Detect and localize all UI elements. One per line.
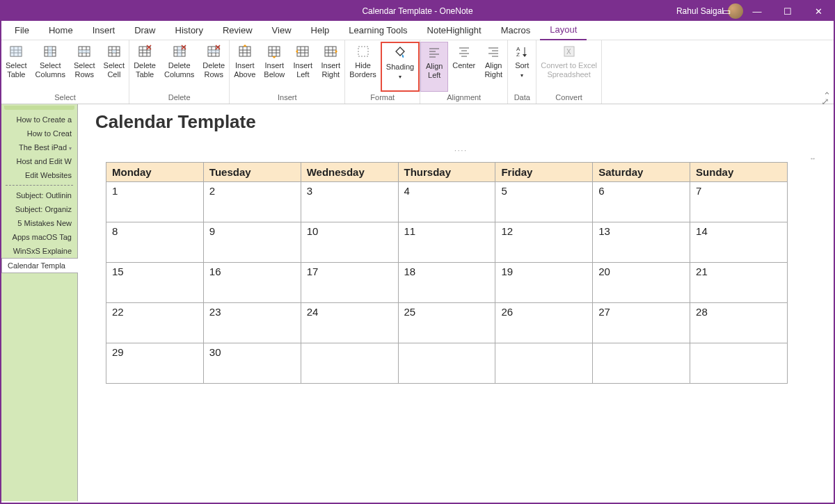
- tab-history[interactable]: History: [166, 21, 213, 40]
- svg-text:X: X: [566, 48, 571, 56]
- calendar-header-cell[interactable]: Saturday: [593, 163, 690, 182]
- calendar-cell[interactable]: 30: [203, 343, 301, 384]
- select-cell-button[interactable]: SelectCell: [100, 42, 129, 92]
- calendar-cell[interactable]: 29: [106, 343, 204, 384]
- tab-layout[interactable]: Layout: [540, 21, 587, 40]
- calendar-container[interactable]: ···· ↔ MondayTuesdayWednesdayThursdayFri…: [106, 147, 816, 384]
- close-icon[interactable]: ✕: [803, 1, 834, 21]
- calendar-cell[interactable]: 26: [495, 303, 593, 343]
- calendar-cell[interactable]: 6: [593, 182, 690, 222]
- calendar-cell[interactable]: 28: [690, 303, 788, 343]
- ribbon-group-insert: InsertAboveInsertBelowInsertLeftInsertRi…: [230, 40, 345, 104]
- insert-below-button[interactable]: InsertBelow: [260, 42, 289, 92]
- sidebar-item[interactable]: 5 Mistakes New: [1, 216, 77, 230]
- calendar-header-cell[interactable]: Monday: [106, 163, 204, 182]
- sidebar-item[interactable]: Apps macOS Tag: [1, 230, 77, 244]
- insert-right-button[interactable]: InsertRight: [317, 42, 344, 92]
- ribbon-display-icon[interactable]: ▭: [711, 1, 742, 21]
- insert-above-button[interactable]: InsertAbove: [230, 42, 260, 92]
- page-title[interactable]: Calendar Template: [95, 111, 816, 133]
- tab-draw[interactable]: Draw: [125, 21, 165, 40]
- calendar-cell[interactable]: 12: [495, 222, 593, 263]
- calendar-cell[interactable]: [398, 343, 495, 384]
- delete-rows-button[interactable]: DeleteRows: [198, 42, 229, 92]
- calendar-header-cell[interactable]: Tuesday: [203, 163, 301, 182]
- tab-help[interactable]: Help: [301, 21, 340, 40]
- calendar-cell[interactable]: [495, 343, 593, 384]
- section-tab[interactable]: [4, 106, 74, 110]
- calendar-cell[interactable]: 25: [398, 303, 495, 343]
- calendar-cell[interactable]: 20: [593, 263, 690, 303]
- calendar-cell[interactable]: [301, 343, 398, 384]
- calendar-cell[interactable]: 4: [398, 182, 495, 222]
- sidebar-item[interactable]: Subject: Organiz: [1, 202, 77, 216]
- calendar-cell[interactable]: 7: [690, 182, 788, 222]
- calendar-cell[interactable]: 10: [301, 222, 398, 263]
- sidebar-item[interactable]: Calendar Templa: [1, 258, 78, 273]
- calendar-cell[interactable]: 27: [593, 303, 690, 343]
- tab-macros[interactable]: Macros: [491, 21, 541, 40]
- align-right-button[interactable]: AlignRight: [479, 42, 507, 92]
- align-left-button[interactable]: AlignLeft: [420, 42, 448, 92]
- select-rows-button[interactable]: SelectRows: [70, 42, 100, 92]
- shading-button[interactable]: Shading ▾: [381, 42, 420, 92]
- calendar-cell[interactable]: 16: [203, 263, 301, 303]
- calendar-cell[interactable]: 15: [106, 263, 204, 303]
- calendar-cell[interactable]: 8: [106, 222, 204, 263]
- calendar-cell[interactable]: 3: [301, 182, 398, 222]
- tab-home[interactable]: Home: [39, 21, 83, 40]
- tab-learning-tools[interactable]: Learning Tools: [339, 21, 417, 40]
- container-handle-icon[interactable]: ····: [106, 147, 816, 154]
- sidebar-item[interactable]: Edit Websites: [1, 168, 77, 182]
- sidebar-item[interactable]: The Best iPad: [1, 140, 77, 154]
- calendar-cell[interactable]: 5: [495, 182, 593, 222]
- center-button[interactable]: Center: [448, 42, 479, 92]
- tab-insert[interactable]: Insert: [83, 21, 125, 40]
- delete-table-button[interactable]: DeleteTable: [129, 42, 160, 92]
- tab-notehighlight[interactable]: NoteHighlight: [418, 21, 491, 40]
- calendar-cell[interactable]: 21: [690, 263, 788, 303]
- maximize-icon[interactable]: ☐: [772, 1, 803, 21]
- calendar-cell[interactable]: 11: [398, 222, 495, 263]
- calendar-cell[interactable]: 23: [203, 303, 301, 343]
- calendar-cell[interactable]: 2: [203, 182, 301, 222]
- svg-rect-11: [48, 47, 52, 56]
- container-resize-icon[interactable]: ↔: [106, 154, 816, 162]
- calendar-cell[interactable]: 1: [106, 182, 204, 222]
- calendar-header-cell[interactable]: Friday: [495, 163, 593, 182]
- select-columns-button[interactable]: SelectColumns: [31, 42, 70, 92]
- select-table-button[interactable]: SelectTable: [1, 42, 31, 92]
- calendar-header-cell[interactable]: Sunday: [690, 163, 788, 182]
- calendar-cell[interactable]: 19: [495, 263, 593, 303]
- sidebar-item[interactable]: Host and Edit W: [1, 154, 77, 168]
- tab-review[interactable]: Review: [213, 21, 262, 40]
- sidebar-item[interactable]: Subject: Outlinin: [1, 188, 77, 202]
- calendar-cell[interactable]: 17: [301, 263, 398, 303]
- calendar-cell[interactable]: 24: [301, 303, 398, 343]
- insert-above-icon: [237, 44, 253, 59]
- sidebar-item[interactable]: How to Creat: [1, 127, 77, 140]
- calendar-header-cell[interactable]: Thursday: [398, 163, 495, 182]
- align-right-icon: [486, 44, 501, 59]
- delete-columns-button[interactable]: DeleteColumns: [160, 42, 198, 92]
- calendar-cell[interactable]: 9: [203, 222, 301, 263]
- sort-button[interactable]: AZSort ▾: [508, 42, 536, 92]
- page-content[interactable]: Calendar Template ···· ↔ MondayTuesdayWe…: [78, 104, 834, 501]
- hide-borders-button[interactable]: HideBorders: [345, 42, 381, 92]
- group-label-delete: Delete: [129, 92, 229, 104]
- calendar-cell[interactable]: 14: [690, 222, 788, 263]
- sidebar-item[interactable]: WinSxS Explaine: [1, 244, 77, 258]
- svg-marker-87: [523, 54, 527, 57]
- tab-file[interactable]: File: [5, 21, 39, 40]
- calendar-cell[interactable]: 13: [593, 222, 690, 263]
- calendar-header-cell[interactable]: Wednesday: [301, 163, 398, 182]
- calendar-table[interactable]: MondayTuesdayWednesdayThursdayFridaySatu…: [106, 162, 788, 384]
- calendar-cell[interactable]: [690, 343, 788, 384]
- sidebar-item[interactable]: How to Create a: [1, 113, 77, 127]
- calendar-cell[interactable]: 22: [106, 303, 204, 343]
- insert-left-button[interactable]: InsertLeft: [289, 42, 317, 92]
- minimize-icon[interactable]: —: [742, 1, 772, 21]
- calendar-cell[interactable]: 18: [398, 263, 495, 303]
- tab-view[interactable]: View: [262, 21, 301, 40]
- calendar-cell[interactable]: [593, 343, 690, 384]
